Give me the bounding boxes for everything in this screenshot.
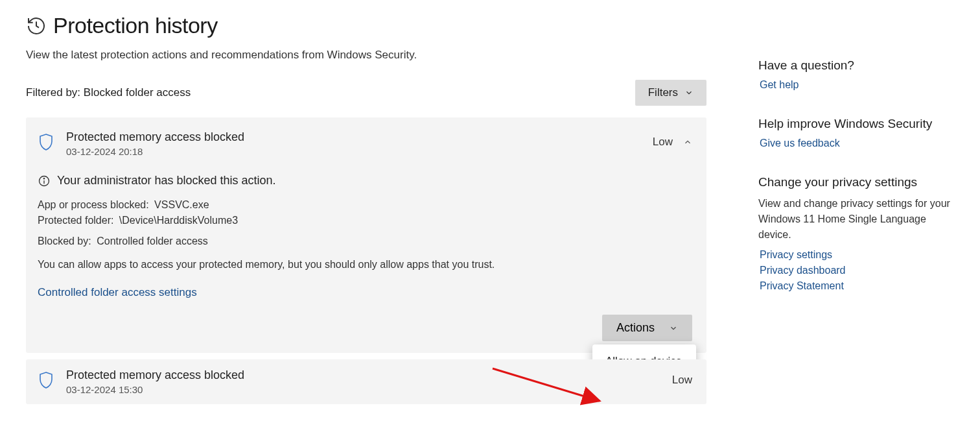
event-card: Protected memory access blocked 03-12-20…: [26, 117, 706, 353]
chevron-down-icon: [669, 324, 678, 333]
event-title: Protected memory access blocked: [66, 368, 672, 382]
severity-label: Low: [672, 374, 692, 387]
question-heading: Have a question?: [758, 58, 953, 73]
event-timestamp: 03-12-2024 15:30: [66, 384, 672, 395]
info-icon: [38, 175, 51, 187]
privacy-statement-link[interactable]: Privacy Statement: [760, 280, 953, 292]
shield-icon: [38, 133, 54, 151]
blocked-by-value: Controlled folder access: [97, 235, 208, 247]
cfa-settings-link[interactable]: Controlled folder access settings: [38, 286, 197, 299]
app-blocked-label: App or process blocked:: [38, 199, 149, 210]
page-title: Protection history: [53, 13, 218, 38]
page-subtitle: View the latest protection actions and r…: [26, 49, 706, 62]
event-title: Protected memory access blocked: [66, 130, 653, 144]
svg-point-2: [43, 178, 44, 178]
privacy-dashboard-link[interactable]: Privacy dashboard: [760, 265, 953, 276]
privacy-heading: Change your privacy settings: [758, 175, 953, 189]
privacy-settings-link[interactable]: Privacy settings: [760, 249, 953, 261]
actions-button-label: Actions: [616, 321, 655, 335]
protected-folder-label: Protected folder:: [38, 215, 113, 226]
get-help-link[interactable]: Get help: [760, 79, 953, 91]
chevron-up-icon[interactable]: [683, 138, 692, 147]
filters-button[interactable]: Filters: [635, 80, 706, 106]
event-timestamp: 03-12-2024 20:18: [66, 146, 653, 157]
filters-button-label: Filters: [648, 86, 678, 99]
event-card[interactable]: Protected memory access blocked 03-12-20…: [26, 359, 706, 404]
privacy-text: View and change privacy settings for you…: [758, 196, 953, 243]
shield-icon: [38, 371, 54, 389]
actions-button[interactable]: Actions: [602, 315, 692, 341]
improve-heading: Help improve Windows Security: [758, 117, 953, 131]
chevron-down-icon: [684, 88, 694, 97]
severity-label: Low: [653, 136, 673, 149]
blocked-by-label: Blocked by:: [38, 235, 91, 247]
event-note: You can allow apps to access your protec…: [38, 259, 692, 271]
admin-message: Your administrator has blocked this acti…: [57, 174, 276, 187]
protected-folder-value: \Device\HarddiskVolume3: [119, 215, 238, 226]
feedback-link[interactable]: Give us feedback: [760, 138, 953, 149]
app-blocked-value: VSSVC.exe: [154, 199, 209, 210]
history-icon: [26, 16, 47, 36]
filter-label: Filtered by: Blocked folder access: [26, 86, 191, 99]
